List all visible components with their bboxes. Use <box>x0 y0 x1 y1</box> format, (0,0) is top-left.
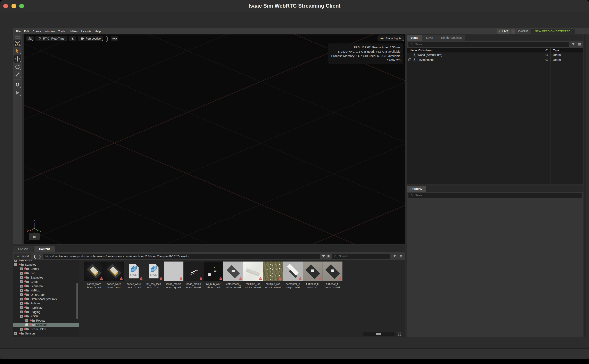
tab-content[interactable]: Content <box>34 246 55 252</box>
content-search[interactable] <box>332 254 390 259</box>
folder-scenario[interactable]: -Scenario <box>13 323 79 327</box>
tab-console[interactable]: Console <box>13 246 33 252</box>
menu-help[interactable]: Help <box>95 30 101 33</box>
file-item[interactable]: isaac_manipulato...q.usd <box>164 261 183 289</box>
menu-tools[interactable]: Tools <box>58 30 65 33</box>
tool-play[interactable] <box>13 89 21 96</box>
folder-groot[interactable]: +Groot <box>13 280 79 284</box>
content-options-button[interactable] <box>399 254 403 259</box>
thumbnail-size-slider[interactable] <box>362 332 395 336</box>
folder-dr[interactable]: +DR <box>13 271 79 275</box>
folder-scene_blox[interactable]: +Scene_Blox <box>13 327 79 331</box>
audio-button[interactable] <box>111 36 118 41</box>
file-thumbnail[interactable] <box>283 261 303 281</box>
column-visibility-header[interactable] <box>543 48 550 52</box>
expand-toggle[interactable]: + <box>20 293 23 296</box>
folder-rigging[interactable]: +Rigging <box>13 310 79 314</box>
expand-toggle[interactable]: + <box>20 272 23 275</box>
menu-window[interactable]: Window <box>45 30 55 33</box>
column-type-header[interactable]: Type <box>550 48 583 52</box>
expand-toggle[interactable]: - <box>20 315 23 318</box>
folder-samples[interactable]: -Samples <box>13 262 79 267</box>
tab-layer[interactable]: Layer <box>422 35 437 41</box>
expand-toggle[interactable]: + <box>20 285 23 287</box>
tab-property[interactable]: Property <box>407 186 426 192</box>
version-status-badge[interactable]: NEW VERSION DETECTED <box>531 29 575 34</box>
file-item[interactable]: turtlebot_tutorial...s.usd <box>323 261 343 289</box>
expand-toggle[interactable]: + <box>20 298 23 300</box>
visibility-toggle[interactable] <box>543 52 550 57</box>
folder-replicator[interactable]: +Replicator <box>13 306 79 310</box>
column-name-header[interactable]: Name (Old to New) <box>407 49 543 52</box>
scrollbar-thumb[interactable] <box>77 283 78 319</box>
file-thumbnail[interactable] <box>164 261 183 281</box>
viewport-3d[interactable]: RTX - Real-Time Perspective ❯ Stage Ligh… <box>24 34 405 244</box>
path-input[interactable] <box>44 255 320 258</box>
expand-toggle[interactable]: + <box>14 332 17 335</box>
tool-select[interactable] <box>13 47 21 55</box>
file-thumbnail[interactable] <box>84 261 104 281</box>
file-item[interactable]: isaac_manipulato...0.usd <box>184 261 203 289</box>
stage-row[interactable]: +World (defaultPrim)Xform <box>407 52 583 57</box>
menu-create[interactable]: Create <box>32 30 41 33</box>
file-thumbnail[interactable] <box>303 261 323 281</box>
file-thumbnail[interactable] <box>323 261 343 281</box>
file-item[interactable]: perceptor_naviga....usd <box>283 261 303 289</box>
units-chip[interactable]: m <box>29 233 40 240</box>
expand-toggle[interactable]: + <box>20 328 23 331</box>
path-bar[interactable] <box>44 254 320 259</box>
tab-render-settings[interactable]: Render Settings <box>437 35 465 41</box>
visibility-toggle[interactable] <box>543 57 550 62</box>
forward-button[interactable]: ❯ <box>38 254 42 259</box>
visibility-button[interactable] <box>69 36 76 41</box>
viewport-settings-button[interactable] <box>26 36 34 41</box>
live-button[interactable]: LIVE <box>497 29 510 34</box>
expand-toggle[interactable]: + <box>20 280 23 283</box>
stage-search-input[interactable] <box>415 42 569 46</box>
folder-ros2[interactable]: -ROS2 <box>13 314 79 318</box>
folder-examples[interactable]: +Examples <box>13 275 79 280</box>
file-item[interactable]: multiple_robot_ca...n.usd <box>263 261 283 289</box>
bookmark-icon[interactable] <box>327 254 330 258</box>
file-item[interactable]: turtlebot_tutorial.usd <box>303 261 323 289</box>
import-button[interactable]: Import <box>14 254 31 259</box>
folder-omnigraph[interactable]: +OmniGraph <box>13 292 79 297</box>
grid-view-icon[interactable] <box>397 332 402 336</box>
slider-handle[interactable] <box>376 333 382 335</box>
expand-toggle[interactable]: + <box>20 302 23 305</box>
back-button[interactable]: ❮ <box>33 254 37 259</box>
expand-toggle[interactable]: + <box>14 260 17 262</box>
tool-rotate[interactable] <box>13 63 21 70</box>
file-item[interactable]: iw_hub_warehou....usd <box>203 261 223 289</box>
folder-leonardo[interactable]: +Leonardo <box>13 284 79 288</box>
stage-row[interactable]: +EnvironmentXform <box>407 57 583 62</box>
camera-selector[interactable]: Perspective <box>78 36 103 41</box>
folder-sensors[interactable]: +Sensors <box>13 331 79 336</box>
right-scroll-area[interactable] <box>584 34 586 337</box>
expand-toggle[interactable]: + <box>20 289 23 292</box>
file-thumbnail[interactable] <box>184 261 203 281</box>
file-item[interactable]: carter_warehous...r.usd <box>84 261 104 289</box>
renderer-selector[interactable]: RTX - Real-Time <box>35 36 67 41</box>
path-dropdown-icon[interactable] <box>322 255 325 257</box>
expand-toggle[interactable]: + <box>20 267 23 270</box>
file-thumbnail[interactable] <box>203 261 223 281</box>
stage-lights-button[interactable]: Stage Lights <box>377 35 404 41</box>
menu-utilities[interactable]: Utilities <box>68 30 78 33</box>
folder-props[interactable]: +Props <box>13 260 79 262</box>
toolbar-drag-handle[interactable] <box>15 36 20 39</box>
file-thumbnail[interactable] <box>104 261 124 281</box>
expand-toggle[interactable]: + <box>408 58 411 61</box>
file-item[interactable]: USDh1_ros_locomoti...l.usd <box>144 261 163 289</box>
stage-search[interactable] <box>408 42 569 47</box>
property-search-input[interactable] <box>415 194 582 197</box>
folder-cortex[interactable]: +Cortex <box>13 267 79 271</box>
file-thumbnail[interactable] <box>243 261 263 281</box>
file-item[interactable]: multiple_robot_ca...n.usd <box>243 261 263 289</box>
menu-file[interactable]: File <box>16 30 21 33</box>
file-item[interactable]: carter_warehous....usd <box>104 261 124 289</box>
expand-toggle[interactable]: + <box>20 311 23 313</box>
file-item[interactable]: leatherback_acker...n.usd <box>223 261 243 289</box>
expand-toggle[interactable]: + <box>26 319 28 322</box>
file-item[interactable]: USDcarter_warehous...s.usd <box>124 261 144 289</box>
